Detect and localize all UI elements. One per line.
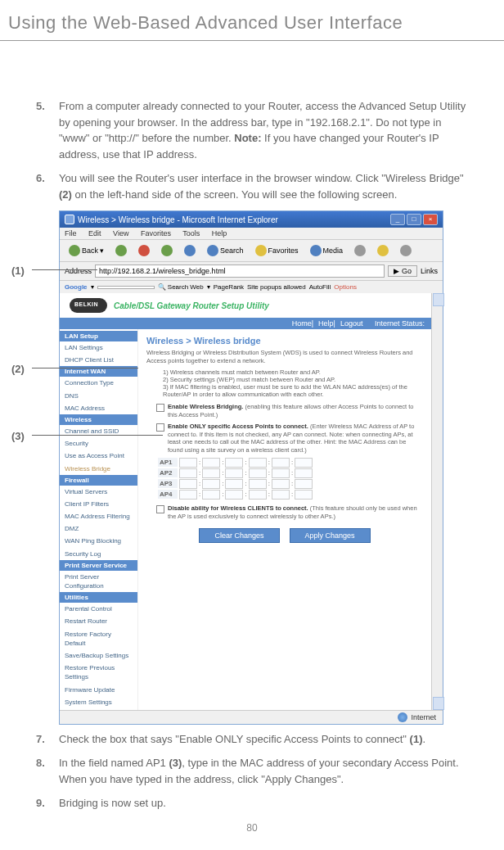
- ap1-mac-4[interactable]: [249, 458, 267, 468]
- ap3-mac-6[interactable]: [295, 479, 313, 489]
- mail-button[interactable]: [373, 242, 393, 259]
- sidebar-wireless-bridge[interactable]: Wireless Bridge: [60, 463, 137, 475]
- sidebar-firmware[interactable]: Firmware Update: [60, 684, 137, 696]
- sidebar-parental[interactable]: Parental Control: [60, 603, 137, 615]
- search-button[interactable]: Search: [203, 242, 248, 259]
- sidebar-use-ap[interactable]: Use as Access Point: [60, 450, 137, 462]
- browser-statusbar: Internet: [60, 710, 443, 724]
- enable-only-label: Enable ONLY specific Access Points to co…: [168, 423, 308, 430]
- refresh-button[interactable]: [157, 242, 177, 259]
- nav-help[interactable]: Help: [318, 319, 334, 328]
- stop-button[interactable]: [134, 242, 154, 259]
- forward-button[interactable]: [111, 242, 131, 259]
- sidebar-conn-type[interactable]: Connection Type: [60, 377, 137, 389]
- sidebar-security[interactable]: Security: [60, 437, 137, 450]
- sidebar-restore[interactable]: Restore Previous Settings: [60, 662, 137, 683]
- favorites-button[interactable]: Favorites: [251, 242, 303, 259]
- ap4-mac-2[interactable]: [202, 490, 220, 500]
- print-button[interactable]: [396, 242, 416, 259]
- window-titlebar: Wireless > Wireless bridge - Microsoft I…: [60, 211, 443, 228]
- print-icon: [400, 245, 412, 256]
- ap1-label: AP1: [158, 458, 178, 467]
- menu-file[interactable]: File: [65, 229, 77, 237]
- nav-home[interactable]: Home: [292, 319, 312, 328]
- sidebar-save[interactable]: Save/Backup Settings: [60, 649, 137, 662]
- ap1-mac-3[interactable]: [225, 458, 243, 468]
- links-label[interactable]: Links: [421, 267, 438, 275]
- favorites-label: Favorites: [268, 246, 299, 255]
- sidebar-dns[interactable]: DNS: [60, 390, 137, 402]
- sidebar-mac-address[interactable]: MAC Address: [60, 402, 137, 414]
- apply-changes-button[interactable]: Apply Changes: [290, 528, 371, 543]
- menu-favorites[interactable]: Favorites: [141, 229, 171, 237]
- sidebar-print-config[interactable]: Print Server Configuration: [60, 571, 137, 592]
- ap1-mac-1[interactable]: [179, 458, 197, 468]
- ap2-mac-4[interactable]: [249, 468, 267, 478]
- google-search-input[interactable]: [97, 286, 155, 289]
- search-web-button[interactable]: 🔍 Search Web: [158, 283, 204, 291]
- popup-allowed[interactable]: Site popups allowed: [247, 283, 306, 291]
- sidebar-dhcp-list[interactable]: DHCP Client List: [60, 354, 137, 366]
- sidebar-factory[interactable]: Restore Factory Default: [60, 628, 137, 649]
- pagerank-button[interactable]: PageRank: [214, 283, 244, 291]
- menu-edit[interactable]: Edit: [88, 229, 101, 237]
- callout-2: (2): [11, 363, 25, 375]
- maximize-button[interactable]: □: [407, 214, 421, 225]
- ap4-mac-3[interactable]: [225, 490, 243, 500]
- sidebar-system[interactable]: System Settings: [60, 696, 137, 708]
- ap4-mac-5[interactable]: [272, 490, 290, 500]
- ap2-mac-3[interactable]: [225, 468, 243, 478]
- history-button[interactable]: [350, 242, 370, 259]
- vertical-scrollbar[interactable]: [431, 293, 443, 710]
- autofill-button[interactable]: AutoFill: [309, 283, 331, 291]
- enable-only-checkbox[interactable]: [156, 423, 164, 432]
- step-text: Check the box that says "Enable ONLY spe…: [59, 733, 410, 745]
- sidebar-lan-settings[interactable]: LAN Settings: [60, 341, 137, 354]
- menu-view[interactable]: View: [113, 229, 128, 237]
- ap1-mac-2[interactable]: [202, 458, 220, 468]
- address-input[interactable]: http://192.168.2.1/wireless_bridge.html: [95, 264, 385, 278]
- stop-icon: [138, 245, 150, 256]
- step-body: Check the box that says "Enable ONLY spe…: [59, 731, 468, 748]
- go-button[interactable]: ▶ Go: [388, 265, 417, 277]
- belkin-logo: [70, 298, 107, 313]
- ap2-mac-1[interactable]: [179, 468, 197, 478]
- ap2-mac-2[interactable]: [202, 468, 220, 478]
- ap3-mac-5[interactable]: [272, 479, 290, 489]
- ap3-mac-1[interactable]: [179, 479, 197, 489]
- ap3-mac-3[interactable]: [225, 479, 243, 489]
- clear-changes-button[interactable]: Clear Changes: [199, 528, 279, 543]
- sidebar-dmz[interactable]: DMZ: [60, 522, 137, 535]
- back-button[interactable]: Back ▾: [65, 242, 108, 259]
- enable-bridging-checkbox[interactable]: [156, 404, 164, 412]
- ap4-mac-6[interactable]: [295, 490, 313, 500]
- ap4-mac-4[interactable]: [249, 490, 267, 500]
- nav-logout[interactable]: Logout: [340, 319, 363, 328]
- router-header: Cable/DSL Gateway Router Setup Utility: [60, 293, 431, 318]
- menu-tools[interactable]: Tools: [182, 229, 200, 237]
- enable-only-row: Enable ONLY specific Access Points to co…: [146, 423, 423, 454]
- sidebar-virtual-servers[interactable]: Virtual Servers: [60, 486, 137, 498]
- step-number: 8.: [36, 755, 59, 787]
- options-button[interactable]: Options: [334, 283, 357, 291]
- minimize-button[interactable]: _: [390, 214, 405, 225]
- home-button[interactable]: [180, 242, 200, 259]
- ap3-mac-2[interactable]: [202, 479, 220, 489]
- ap1-mac-6[interactable]: [295, 458, 313, 468]
- disable-clients-checkbox[interactable]: [156, 505, 164, 513]
- close-button[interactable]: ×: [423, 214, 438, 225]
- sidebar-mac-filter[interactable]: MAC Address Filtering: [60, 510, 137, 522]
- sidebar-client-ip[interactable]: Client IP Filters: [60, 498, 137, 510]
- history-icon: [354, 245, 366, 256]
- menu-help[interactable]: Help: [212, 229, 227, 237]
- ap1-mac-5[interactable]: [272, 458, 290, 468]
- ap4-mac-1[interactable]: [179, 490, 197, 500]
- ap3-mac-4[interactable]: [249, 479, 267, 489]
- sidebar-wan-ping[interactable]: WAN Ping Blocking: [60, 535, 137, 547]
- ie-icon: [65, 215, 74, 224]
- sidebar-security-log[interactable]: Security Log: [60, 548, 137, 560]
- media-button[interactable]: Media: [306, 242, 348, 259]
- ap2-mac-5[interactable]: [272, 468, 290, 478]
- ap2-mac-6[interactable]: [295, 468, 313, 478]
- sidebar-restart[interactable]: Restart Router: [60, 615, 137, 627]
